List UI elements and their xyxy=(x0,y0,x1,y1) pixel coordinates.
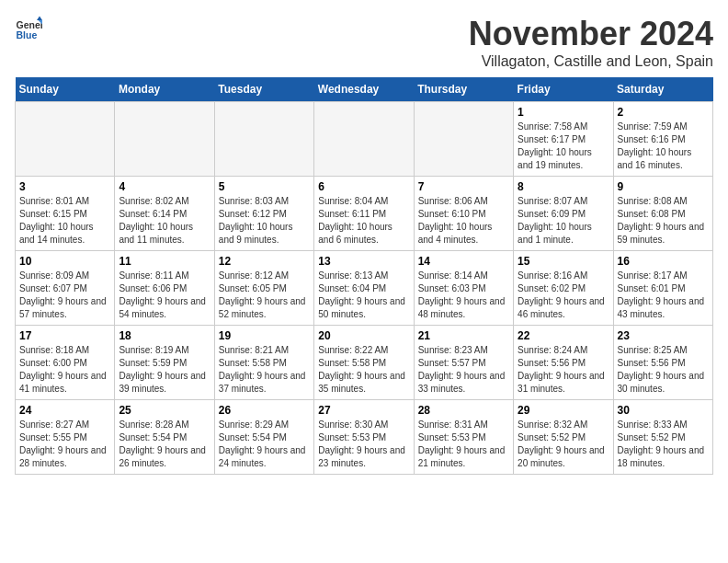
table-row: 18Sunrise: 8:19 AM Sunset: 5:59 PM Dayli… xyxy=(115,326,214,400)
day-detail: Sunrise: 7:59 AM Sunset: 6:16 PM Dayligh… xyxy=(618,121,709,172)
day-detail: Sunrise: 8:22 AM Sunset: 5:58 PM Dayligh… xyxy=(318,344,409,396)
table-row: 28Sunrise: 8:31 AM Sunset: 5:53 PM Dayli… xyxy=(414,400,513,475)
day-number: 20 xyxy=(318,329,409,342)
table-row: 11Sunrise: 8:11 AM Sunset: 6:06 PM Dayli… xyxy=(115,251,214,326)
calendar-week-1: 1Sunrise: 7:58 AM Sunset: 6:17 PM Daylig… xyxy=(16,102,713,177)
col-saturday: Saturday xyxy=(613,77,712,102)
table-row xyxy=(115,102,214,177)
day-detail: Sunrise: 8:19 AM Sunset: 5:59 PM Dayligh… xyxy=(119,344,210,396)
day-detail: Sunrise: 8:16 AM Sunset: 6:02 PM Dayligh… xyxy=(518,270,609,321)
day-number: 23 xyxy=(618,329,709,342)
day-detail: Sunrise: 8:12 AM Sunset: 6:05 PM Dayligh… xyxy=(219,270,310,321)
day-number: 18 xyxy=(119,329,210,342)
day-number: 25 xyxy=(119,404,210,417)
table-row: 14Sunrise: 8:14 AM Sunset: 6:03 PM Dayli… xyxy=(414,251,513,326)
day-number: 14 xyxy=(418,255,509,268)
table-row: 21Sunrise: 8:23 AM Sunset: 5:57 PM Dayli… xyxy=(414,326,513,400)
day-number: 5 xyxy=(219,180,310,193)
day-detail: Sunrise: 8:14 AM Sunset: 6:03 PM Dayligh… xyxy=(418,270,509,321)
day-number: 8 xyxy=(518,180,609,193)
page-header: General Blue November 2024 Villagaton, C… xyxy=(15,15,713,70)
day-number: 19 xyxy=(219,329,310,342)
table-row: 26Sunrise: 8:29 AM Sunset: 5:54 PM Dayli… xyxy=(214,400,313,475)
table-row: 5Sunrise: 8:03 AM Sunset: 6:12 PM Daylig… xyxy=(214,177,313,251)
day-detail: Sunrise: 8:13 AM Sunset: 6:04 PM Dayligh… xyxy=(318,270,409,321)
table-row: 10Sunrise: 8:09 AM Sunset: 6:07 PM Dayli… xyxy=(16,251,115,326)
day-detail: Sunrise: 8:09 AM Sunset: 6:07 PM Dayligh… xyxy=(19,270,110,321)
day-detail: Sunrise: 8:30 AM Sunset: 5:53 PM Dayligh… xyxy=(318,419,409,470)
day-number: 21 xyxy=(418,329,509,342)
day-number: 1 xyxy=(518,106,609,119)
svg-marker-2 xyxy=(37,17,42,21)
day-number: 6 xyxy=(318,180,409,193)
table-row: 15Sunrise: 8:16 AM Sunset: 6:02 PM Dayli… xyxy=(514,251,613,326)
col-monday: Monday xyxy=(115,77,214,102)
day-detail: Sunrise: 8:08 AM Sunset: 6:08 PM Dayligh… xyxy=(618,195,709,247)
table-row: 6Sunrise: 8:04 AM Sunset: 6:11 PM Daylig… xyxy=(314,177,414,251)
svg-text:Blue: Blue xyxy=(17,29,38,40)
table-row: 23Sunrise: 8:25 AM Sunset: 5:56 PM Dayli… xyxy=(613,326,712,400)
day-number: 28 xyxy=(418,404,509,417)
day-detail: Sunrise: 8:25 AM Sunset: 5:56 PM Dayligh… xyxy=(618,344,709,396)
col-sunday: Sunday xyxy=(16,77,115,102)
table-row: 22Sunrise: 8:24 AM Sunset: 5:56 PM Dayli… xyxy=(514,326,613,400)
day-detail: Sunrise: 8:11 AM Sunset: 6:06 PM Dayligh… xyxy=(119,270,210,321)
calendar-week-2: 3Sunrise: 8:01 AM Sunset: 6:15 PM Daylig… xyxy=(16,177,713,251)
day-number: 16 xyxy=(618,255,709,268)
table-row: 16Sunrise: 8:17 AM Sunset: 6:01 PM Dayli… xyxy=(613,251,712,326)
table-row: 3Sunrise: 8:01 AM Sunset: 6:15 PM Daylig… xyxy=(16,177,115,251)
day-detail: Sunrise: 8:06 AM Sunset: 6:10 PM Dayligh… xyxy=(418,195,509,247)
day-detail: Sunrise: 8:01 AM Sunset: 6:15 PM Dayligh… xyxy=(19,195,110,247)
table-row: 19Sunrise: 8:21 AM Sunset: 5:58 PM Dayli… xyxy=(214,326,313,400)
calendar-table: Sunday Monday Tuesday Wednesday Thursday… xyxy=(15,77,713,475)
day-number: 15 xyxy=(518,255,609,268)
day-number: 17 xyxy=(19,329,110,342)
day-number: 29 xyxy=(518,404,609,417)
table-row: 20Sunrise: 8:22 AM Sunset: 5:58 PM Dayli… xyxy=(314,326,414,400)
calendar-week-5: 24Sunrise: 8:27 AM Sunset: 5:55 PM Dayli… xyxy=(16,400,713,475)
table-row xyxy=(314,102,414,177)
day-number: 2 xyxy=(618,106,709,119)
day-number: 11 xyxy=(119,255,210,268)
day-number: 9 xyxy=(618,180,709,193)
table-row: 9Sunrise: 8:08 AM Sunset: 6:08 PM Daylig… xyxy=(613,177,712,251)
day-detail: Sunrise: 8:32 AM Sunset: 5:52 PM Dayligh… xyxy=(518,419,609,470)
table-row xyxy=(16,102,115,177)
calendar-week-4: 17Sunrise: 8:18 AM Sunset: 6:00 PM Dayli… xyxy=(16,326,713,400)
table-row: 30Sunrise: 8:33 AM Sunset: 5:52 PM Dayli… xyxy=(613,400,712,475)
day-detail: Sunrise: 8:03 AM Sunset: 6:12 PM Dayligh… xyxy=(219,195,310,247)
table-row: 7Sunrise: 8:06 AM Sunset: 6:10 PM Daylig… xyxy=(414,177,513,251)
calendar-header-row: Sunday Monday Tuesday Wednesday Thursday… xyxy=(16,77,713,102)
day-detail: Sunrise: 8:21 AM Sunset: 5:58 PM Dayligh… xyxy=(219,344,310,396)
logo-icon: General Blue xyxy=(15,15,42,42)
day-number: 12 xyxy=(219,255,310,268)
day-number: 13 xyxy=(318,255,409,268)
col-friday: Friday xyxy=(514,77,613,102)
day-detail: Sunrise: 8:17 AM Sunset: 6:01 PM Dayligh… xyxy=(618,270,709,321)
day-detail: Sunrise: 8:23 AM Sunset: 5:57 PM Dayligh… xyxy=(418,344,509,396)
day-number: 3 xyxy=(19,180,110,193)
title-block: November 2024 Villagaton, Castille and L… xyxy=(469,15,713,70)
day-detail: Sunrise: 8:18 AM Sunset: 6:00 PM Dayligh… xyxy=(19,344,110,396)
table-row: 1Sunrise: 7:58 AM Sunset: 6:17 PM Daylig… xyxy=(514,102,613,177)
day-number: 27 xyxy=(318,404,409,417)
table-row: 25Sunrise: 8:28 AM Sunset: 5:54 PM Dayli… xyxy=(115,400,214,475)
table-row xyxy=(214,102,313,177)
table-row: 13Sunrise: 8:13 AM Sunset: 6:04 PM Dayli… xyxy=(314,251,414,326)
day-number: 4 xyxy=(119,180,210,193)
table-row: 2Sunrise: 7:59 AM Sunset: 6:16 PM Daylig… xyxy=(613,102,712,177)
day-detail: Sunrise: 8:24 AM Sunset: 5:56 PM Dayligh… xyxy=(518,344,609,396)
day-detail: Sunrise: 8:28 AM Sunset: 5:54 PM Dayligh… xyxy=(119,419,210,470)
day-detail: Sunrise: 7:58 AM Sunset: 6:17 PM Dayligh… xyxy=(518,121,609,172)
day-number: 24 xyxy=(19,404,110,417)
col-thursday: Thursday xyxy=(414,77,513,102)
table-row: 4Sunrise: 8:02 AM Sunset: 6:14 PM Daylig… xyxy=(115,177,214,251)
day-number: 22 xyxy=(518,329,609,342)
table-row: 12Sunrise: 8:12 AM Sunset: 6:05 PM Dayli… xyxy=(214,251,313,326)
day-number: 30 xyxy=(618,404,709,417)
day-number: 7 xyxy=(418,180,509,193)
table-row: 17Sunrise: 8:18 AM Sunset: 6:00 PM Dayli… xyxy=(16,326,115,400)
logo: General Blue xyxy=(15,15,42,42)
day-detail: Sunrise: 8:29 AM Sunset: 5:54 PM Dayligh… xyxy=(219,419,310,470)
table-row: 29Sunrise: 8:32 AM Sunset: 5:52 PM Dayli… xyxy=(514,400,613,475)
